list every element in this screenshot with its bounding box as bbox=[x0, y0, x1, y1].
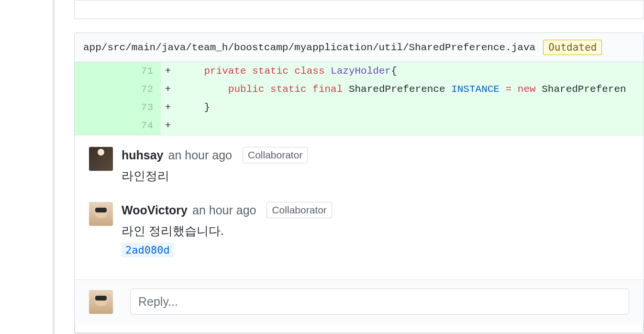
diff-code bbox=[175, 117, 644, 135]
outdated-badge: Outdated bbox=[543, 40, 602, 55]
comment: huhsayan hour agoCollaborator라인정리 bbox=[89, 147, 629, 188]
diff-line: 74+ bbox=[75, 117, 644, 135]
diff-table: 71+ private static class LazyHolder{72+ … bbox=[75, 62, 644, 135]
block-footer bbox=[75, 323, 644, 333]
new-line-number: 72 bbox=[118, 80, 161, 99]
comment-author-link[interactable]: huhsay bbox=[122, 148, 164, 162]
file-path[interactable]: app/src/main/java/team_h/boostcamp/myapp… bbox=[83, 42, 535, 53]
comments-section: huhsayan hour agoCollaborator라인정리WooVict… bbox=[75, 135, 644, 279]
new-line-number: 73 bbox=[118, 99, 161, 117]
diff-marker: + bbox=[161, 117, 175, 135]
new-line-number: 74 bbox=[118, 117, 161, 135]
review-comment-block: app/src/main/java/team_h/boostcamp/myapp… bbox=[74, 33, 644, 334]
comment-timestamp[interactable]: an hour ago bbox=[192, 203, 256, 217]
comment-avatar[interactable] bbox=[89, 202, 113, 226]
current-user-avatar[interactable] bbox=[89, 290, 113, 314]
old-line-number bbox=[75, 80, 118, 99]
new-line-number: 71 bbox=[118, 62, 161, 80]
diff-code: } bbox=[175, 99, 644, 117]
comment-avatar[interactable] bbox=[89, 147, 113, 171]
comment-timestamp[interactable]: an hour ago bbox=[168, 148, 232, 162]
diff-marker: + bbox=[161, 80, 175, 99]
reply-input[interactable] bbox=[130, 289, 629, 315]
old-line-number bbox=[75, 99, 118, 117]
diff-code: private static class LazyHolder{ bbox=[175, 62, 644, 80]
old-line-number bbox=[75, 117, 118, 135]
role-badge: Collaborator bbox=[266, 202, 332, 218]
diff-code: public static final SharedPreference INS… bbox=[175, 80, 644, 99]
old-line-number bbox=[75, 62, 118, 80]
comment-text: 라인정리 bbox=[122, 168, 629, 184]
diff-line: 71+ private static class LazyHolder{ bbox=[75, 62, 644, 80]
diff-line: 72+ public static final SharedPreference… bbox=[75, 80, 644, 99]
comment-header: huhsayan hour agoCollaborator bbox=[122, 147, 629, 163]
diff-marker: + bbox=[161, 99, 175, 117]
diff-line: 73+ } bbox=[75, 99, 644, 117]
role-badge: Collaborator bbox=[243, 147, 308, 163]
diff-marker: + bbox=[161, 62, 175, 80]
comment-text: 라인 정리했습니다. bbox=[122, 223, 629, 239]
previous-review-block bbox=[74, 0, 644, 19]
commit-reference-link[interactable]: 2ad080d bbox=[122, 243, 174, 257]
comment-author-link[interactable]: WooVictory bbox=[122, 203, 188, 217]
comment-header: WooVictoryan hour agoCollaborator bbox=[122, 202, 629, 218]
comment: WooVictoryan hour agoCollaborator라인 정리했습… bbox=[89, 202, 629, 257]
reply-section bbox=[75, 279, 644, 323]
file-header[interactable]: app/src/main/java/team_h/boostcamp/myapp… bbox=[75, 33, 644, 62]
